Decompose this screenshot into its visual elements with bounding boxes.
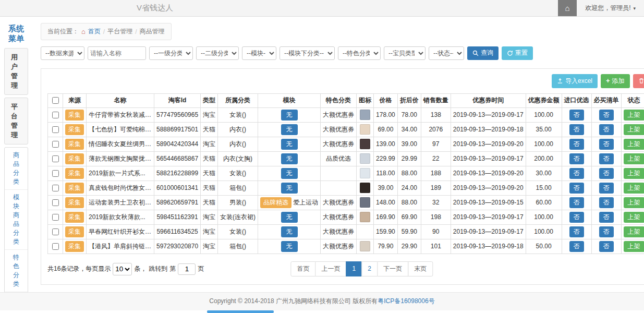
import-select-toggle[interactable]: 否 bbox=[569, 139, 584, 150]
page-1-button[interactable]: 1 bbox=[346, 261, 362, 276]
import-select-toggle[interactable]: 否 bbox=[569, 226, 584, 237]
product-name: 牛仔背带裤女秋装减龄... bbox=[87, 107, 154, 122]
reset-button[interactable]: 重置 bbox=[502, 46, 533, 60]
status-button[interactable]: 上架 bbox=[624, 153, 644, 164]
home-button[interactable]: ⌂ bbox=[558, 0, 577, 16]
import-select-toggle[interactable]: 否 bbox=[569, 124, 584, 135]
icon-cell bbox=[357, 137, 374, 151]
item-type-select[interactable]: --宝贝类型-- bbox=[384, 46, 426, 60]
icon-cell bbox=[357, 166, 374, 180]
import-excel-button[interactable]: 导入excel bbox=[552, 74, 598, 88]
per-page-select[interactable]: 10 bbox=[113, 263, 132, 275]
must-buy-toggle[interactable]: 否 bbox=[599, 124, 614, 135]
data-source-select[interactable]: --数据来源-- bbox=[41, 46, 84, 60]
add-button[interactable]: + 添加 bbox=[601, 74, 630, 88]
status-button[interactable]: 上架 bbox=[624, 183, 644, 194]
horizontal-scrollbar[interactable] bbox=[0, 310, 644, 313]
row-checkbox[interactable] bbox=[52, 214, 59, 221]
status-button[interactable]: 上架 bbox=[624, 212, 644, 223]
sidebar-submenu: 商品分类模块商品分类特色分类商品管理宣传物料版本管理轮播管理启动页管理意见反馈平… bbox=[4, 147, 28, 313]
search-button[interactable]: 查询 bbox=[467, 46, 499, 60]
name-keyword-input[interactable] bbox=[88, 46, 146, 60]
import-select-toggle[interactable]: 否 bbox=[569, 212, 584, 223]
import-select-toggle[interactable]: 否 bbox=[569, 241, 584, 252]
must-buy-toggle[interactable]: 否 bbox=[599, 241, 614, 252]
col-header-14: 必买清单 bbox=[591, 93, 621, 107]
row-checkbox[interactable] bbox=[52, 126, 59, 133]
product-name: 2019新款女秋薄款... bbox=[87, 210, 154, 224]
table-row: 采集2019新款女秋薄款...598451162391淘宝女装(连衣裙)无大额优… bbox=[48, 210, 644, 224]
must-buy-toggle[interactable]: 否 bbox=[599, 183, 614, 194]
sidebar-item-0[interactable]: 用户管理 bbox=[4, 48, 28, 95]
status-select[interactable]: --状态-- bbox=[429, 46, 464, 60]
icp-link[interactable]: 粤ICP备16098006号 bbox=[378, 297, 434, 305]
page-2-button[interactable]: 2 bbox=[361, 261, 378, 276]
top-header: V省钱达人 ⌂ 欢迎您，管理员! ▾ bbox=[0, 0, 644, 17]
module-badge: 无 bbox=[281, 110, 298, 121]
platform-type: 淘宝 bbox=[201, 224, 218, 239]
taoke-id: 588216228899 bbox=[154, 166, 201, 180]
feature-category: 大额优惠券 bbox=[321, 122, 357, 137]
page-next-button[interactable]: 下一页 bbox=[377, 261, 408, 276]
must-buy-toggle[interactable]: 否 bbox=[599, 139, 614, 150]
status-button[interactable]: 上架 bbox=[624, 168, 644, 179]
status-button[interactable]: 上架 bbox=[624, 110, 644, 121]
row-checkbox[interactable] bbox=[52, 112, 59, 118]
feature-category: 品质优选 bbox=[321, 151, 357, 166]
status-button[interactable]: 上架 bbox=[624, 139, 644, 150]
status-button[interactable]: 上架 bbox=[624, 226, 644, 237]
import-select-toggle[interactable]: 否 bbox=[569, 110, 584, 121]
page-prev-button[interactable]: 上一页 bbox=[315, 261, 347, 276]
page-number-input[interactable] bbox=[178, 263, 196, 275]
row-checkbox[interactable] bbox=[52, 170, 59, 177]
module-select[interactable]: --模块-- bbox=[242, 46, 276, 60]
row-checkbox[interactable] bbox=[52, 228, 59, 235]
discount-price: 29.99 bbox=[397, 151, 421, 166]
import-select-toggle[interactable]: 否 bbox=[569, 197, 584, 208]
sidebar-item-1[interactable]: 平台管理 bbox=[4, 98, 28, 145]
status-button[interactable]: 上架 bbox=[624, 124, 644, 135]
page-last-button[interactable]: 末页 bbox=[408, 261, 433, 276]
import-select-toggle[interactable]: 否 bbox=[569, 183, 584, 194]
row-checkbox[interactable] bbox=[52, 199, 59, 206]
row-checkbox[interactable] bbox=[52, 243, 59, 250]
row-checkbox[interactable] bbox=[52, 141, 59, 148]
sidebar-item-3[interactable]: 模块商品分类 bbox=[5, 190, 28, 250]
level2-category-select[interactable]: --二级分类-- bbox=[196, 46, 239, 60]
coupon-amount: 100.00 bbox=[526, 137, 562, 151]
page-first-button[interactable]: 首页 bbox=[291, 261, 316, 276]
products-table: 来源名称淘客Id类型所属分类模块特色分类图标价格折后价销售数量优惠券时间优惠券金… bbox=[47, 93, 644, 254]
col-header-9: 折后价 bbox=[397, 93, 421, 107]
status-button[interactable]: 上架 bbox=[624, 197, 644, 208]
must-buy-toggle[interactable]: 否 bbox=[599, 110, 614, 121]
must-buy-toggle[interactable]: 否 bbox=[599, 212, 614, 223]
col-header-12: 优惠券金额 bbox=[526, 93, 562, 107]
category: 箱包() bbox=[218, 239, 258, 254]
import-select-toggle[interactable]: 否 bbox=[569, 153, 584, 164]
import-select-toggle[interactable]: 否 bbox=[569, 168, 584, 179]
sidebar-item-4[interactable]: 特色分类 bbox=[5, 250, 28, 292]
user-menu[interactable]: 欢迎您，管理员! ▾ bbox=[577, 0, 644, 16]
horizontal-scrollbar-thumb[interactable] bbox=[207, 310, 274, 313]
coupon-time: 2019-09-13—2019-09-17 bbox=[451, 224, 526, 239]
module-cell: 无 bbox=[258, 166, 321, 180]
table-row: 采集早春网红针织开衫女春...596611634525淘宝女装()无大额优惠券1… bbox=[48, 224, 644, 239]
must-buy-toggle[interactable]: 否 bbox=[599, 168, 614, 179]
status-button[interactable]: 上架 bbox=[624, 241, 644, 252]
module-badge: 品牌精选 bbox=[260, 197, 291, 208]
feature-category-select[interactable]: --特色分类-- bbox=[338, 46, 381, 60]
must-buy-toggle[interactable]: 否 bbox=[599, 153, 614, 164]
breadcrumb-home-link[interactable]: 首页 bbox=[88, 27, 101, 36]
must-buy-toggle[interactable]: 否 bbox=[599, 226, 614, 237]
must-buy-toggle[interactable]: 否 bbox=[599, 197, 614, 208]
select-all-checkbox[interactable] bbox=[52, 97, 59, 104]
table-body: 采集牛仔背带裤女秋装减龄...577479560965淘宝女装()无大额优惠券1… bbox=[48, 107, 644, 254]
batch-delete-button[interactable]: 批量删除 bbox=[633, 74, 644, 88]
row-checkbox[interactable] bbox=[52, 155, 59, 162]
row-checkbox[interactable] bbox=[52, 185, 59, 191]
sidebar-item-2[interactable]: 商品分类 bbox=[5, 148, 28, 190]
module-badge: 无 bbox=[281, 183, 298, 194]
level1-category-select[interactable]: --一级分类-- bbox=[149, 46, 193, 60]
breadcrumb-item-products: 商品管理 bbox=[140, 27, 165, 36]
module-subcategory-select[interactable]: --模块下分类-- bbox=[280, 46, 335, 60]
